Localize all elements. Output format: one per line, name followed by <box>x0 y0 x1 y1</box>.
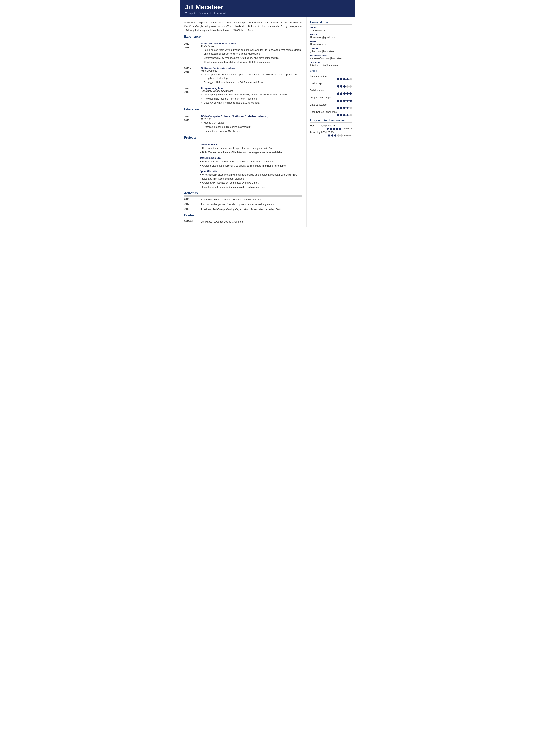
skill-dots <box>310 85 352 88</box>
skill-name: Leadership <box>310 82 352 85</box>
linkedin-value: linkedin.com/in/jillmacateer <box>310 64 352 67</box>
stackoverflow-block: StackOverflow stackoverflow.com/jillmaca… <box>310 54 352 60</box>
stackoverflow-value: stackoverflow.com/jillmacateer <box>310 57 352 60</box>
skills-title: Skills <box>310 69 352 73</box>
dot-filled <box>340 114 342 116</box>
dot-filled <box>343 78 346 80</box>
education-entry: 2014 -2018 BS in Computer Science, North… <box>184 115 302 133</box>
projects-section-title: Projects <box>184 136 302 140</box>
experience-entry: 2015 -2015 Programming Intern Abernathy … <box>184 87 302 105</box>
entry-bullet: Pursued a passion for C# classes. <box>201 129 302 133</box>
activities-section-title: Activities <box>184 191 302 196</box>
dot-filled <box>337 85 339 88</box>
project-title: Spam Classifier <box>200 170 302 173</box>
entry-bullet: Debugged 125 code branches in C#, Python… <box>201 81 302 84</box>
entry-bullets: Led 4-person team writing iPhone app and… <box>201 48 302 64</box>
project-title: Tax Ninja Samurai <box>200 156 302 159</box>
resume-header: Jill Macateer Computer Science Professio… <box>180 0 355 17</box>
project-bullet: Built a real time tax forecaster that sh… <box>200 160 302 164</box>
dot-empty <box>350 107 352 109</box>
dot-filled <box>340 92 342 95</box>
project-bullet: Created Bluetooth functionality to displ… <box>200 164 302 168</box>
entry-bullet: Created new code branch that eliminated … <box>201 60 302 64</box>
dot-filled <box>343 85 346 88</box>
dot-filled <box>346 99 349 102</box>
dot-empty <box>350 114 352 116</box>
project-entry: Spam Classifier Wrote a spam classificat… <box>184 170 302 189</box>
entry-date: 2014 -2018 <box>184 115 198 133</box>
skill-dots <box>310 78 352 80</box>
entry-bullet: Developed project that increased efficie… <box>201 93 302 97</box>
phone-value: 503-519-0145 <box>310 29 352 32</box>
dot-filled <box>337 114 339 116</box>
dot-filled <box>340 85 342 88</box>
linkedin-block: LinkedIn linkedin.com/in/jillmacateer <box>310 61 352 67</box>
dot-filled <box>336 127 338 130</box>
activities-divider <box>184 196 302 197</box>
contest-entries: 2017-01 1st Place, TopCoder Coding Chall… <box>184 220 302 224</box>
skill-row: Communication <box>310 75 352 80</box>
personal-info-title: Personal Info <box>310 20 352 25</box>
experience-section-title: Experience <box>184 35 302 39</box>
dot-filled <box>343 92 346 95</box>
skills-list: Communication Leadership Collaboration P… <box>310 75 352 116</box>
entry-bullet: Commended 5x by management for efficienc… <box>201 56 302 60</box>
programming-languages-title: Programming Languages <box>310 119 352 123</box>
project-title: Oubliette Magic <box>200 143 302 146</box>
github-label: GitHub <box>310 47 352 50</box>
entry-company: Abernathy Wodge Healthcare <box>201 90 302 92</box>
dot-empty <box>340 134 343 137</box>
contest-date: 2017-01 <box>184 220 198 224</box>
entry-date: 2017 -2018 <box>184 42 198 65</box>
candidate-name: Jill Macateer <box>185 4 350 11</box>
project-bullet: Included simple whitelist button to guid… <box>200 185 302 189</box>
entry-bullet: Excelled in open source coding coursewor… <box>201 125 302 129</box>
entry-company: MeetGood Inc. <box>201 70 302 72</box>
email-value: jillmacateer@gmail.com <box>310 36 352 39</box>
activity-text: Planned and organized 4 local computer s… <box>201 203 302 206</box>
dot-filled <box>343 107 346 109</box>
experience-entries: 2017 -2018 Software Development Intern P… <box>184 42 302 105</box>
skill-name: Data Structures <box>310 103 352 106</box>
dot-filled <box>333 127 335 130</box>
dot-empty <box>350 78 352 80</box>
project-entries: Oubliette Magic Developed open source mu… <box>184 143 302 189</box>
dot-filled <box>337 107 339 109</box>
skill-name: Open Source Experience <box>310 111 352 113</box>
dot-filled <box>340 78 342 80</box>
skill-row: Programming Logic <box>310 96 352 102</box>
dot-empty <box>350 85 352 88</box>
main-layout: Passionate computer science specialist w… <box>180 17 355 227</box>
entry-bullets: Developed iPhone and Android apps for sm… <box>201 73 302 84</box>
candidate-title: Computer Science Professional <box>185 12 350 15</box>
phone-label: Phone <box>310 26 352 29</box>
activity-date: 2017 <box>184 203 198 206</box>
entry-jobtitle: BS in Computer Science, Northwest Christ… <box>201 115 302 118</box>
activity-entry: 2017 Planned and organized 4 local compu… <box>184 203 302 206</box>
entry-bullet: Led 4-person team writing iPhone app and… <box>201 48 302 56</box>
lang-dots-row: Proficient <box>310 127 352 130</box>
activity-text: President, TechDisrupt Gaming Organizati… <box>201 208 302 211</box>
dot-empty <box>337 134 340 137</box>
activity-entries: 2016 At hackNY, led 30-member session on… <box>184 198 302 211</box>
skill-row: Data Structures <box>310 103 352 109</box>
entry-date: 2015 -2015 <box>184 87 198 105</box>
www-label: WWW <box>310 40 352 43</box>
entry-content: Programming Intern Abernathy Wodge Healt… <box>201 87 302 105</box>
entry-bullet: Used C# to write 4 interfaces that analy… <box>201 101 302 105</box>
education-section-title: Education <box>184 108 302 112</box>
activity-text: At hackNY, led 30-member session on mach… <box>201 198 302 202</box>
skill-dots <box>310 107 352 109</box>
dot-filled <box>340 107 342 109</box>
contest-section-title: Contest <box>184 214 302 218</box>
dot-filled <box>337 78 339 80</box>
dot-filled <box>346 78 349 80</box>
dot-filled <box>350 99 352 102</box>
experience-entry: 2016 -2016 Software Engineering Intern M… <box>184 67 302 85</box>
lang-row: Assembly, HTML/CSS, Familiar <box>310 131 352 137</box>
contest-divider <box>184 219 302 219</box>
dot-empty <box>346 85 349 88</box>
entry-bullets: Magna Cum LaudeExcelled in open source c… <box>201 121 302 133</box>
phone-block: Phone 503-519-0145 <box>310 26 352 32</box>
lang-proficiency-label: Familiar <box>344 134 352 137</box>
